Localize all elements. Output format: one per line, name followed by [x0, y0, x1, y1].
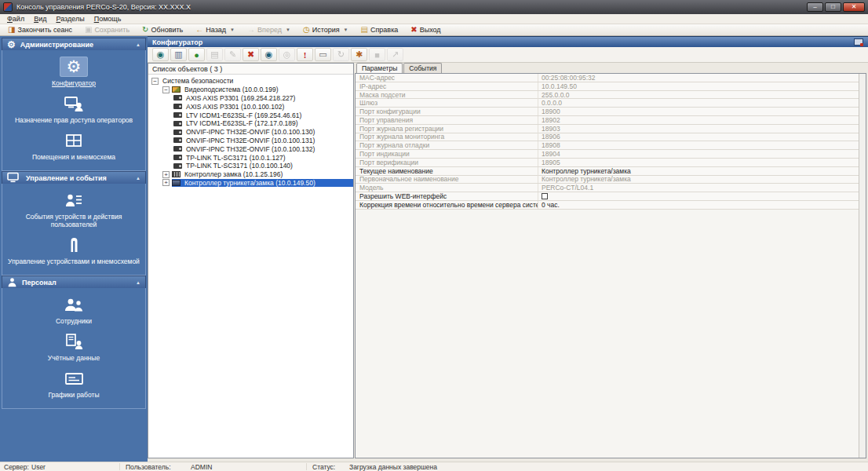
collapse-chevron-icon[interactable]: ▲	[136, 176, 140, 181]
collapse-chevron-icon[interactable]: ▲	[136, 280, 140, 285]
tree-row[interactable]: ONVIF-IPNC TH32E-ONVIF (10.0.100.132)	[148, 144, 353, 153]
menu-item-help[interactable]: Помощь	[89, 15, 126, 23]
param-row: Шлюз0.0.0.0	[356, 99, 866, 108]
param-value[interactable]	[538, 193, 866, 199]
param-label: Порт конфигурации	[356, 108, 538, 115]
tree-row-content: ONVIF-IPNC TH32E-ONVIF (10.0.100.132)	[173, 144, 353, 153]
menu-item-file[interactable]: Файл	[2, 15, 29, 23]
objects-list-header: Список объектов ( 3 )	[148, 64, 353, 75]
tree-row[interactable]: AXIS AXIS P3301 (169.254.218.227)	[148, 94, 353, 103]
minimize-button[interactable]: –	[807, 2, 823, 12]
tree-row[interactable]: LTV ICDM1-E623SL-F (169.254.46.61)	[148, 111, 353, 119]
info-icon: ◎	[283, 49, 291, 60]
param-value: 0.0.0.0	[538, 99, 866, 107]
parameters-table: MAC-адрес00:25:08:00:95:32IP-адрес10.0.1…	[355, 73, 866, 458]
expand-expander-icon[interactable]: +	[162, 171, 170, 178]
tree-row[interactable]: AXIS AXIS P3301 (10.0.100.102)	[148, 102, 353, 111]
help-button[interactable]: ▤Справка	[355, 24, 405, 36]
section-header-administration[interactable]: ⚙Администрирование▲	[2, 38, 146, 50]
tree-row[interactable]: ONVIF-IPNC TH32E-ONVIF (10.0.100.131)	[148, 137, 353, 145]
param-value: 00:25:08:00:95:32	[538, 74, 866, 82]
param-label: Модель	[356, 184, 538, 192]
section-title: Персонал	[22, 279, 57, 287]
refresh-label: Обновить	[151, 26, 184, 34]
panel-search-button[interactable]: ◉	[261, 48, 277, 61]
objects-tree: −Система безопасности−Видеоподсистема (1…	[148, 75, 353, 458]
tree-item-label: AXIS AXIS P3301 (10.0.100.102)	[184, 103, 286, 111]
objects-panel: Список объектов ( 3 ) −Система безопасно…	[148, 63, 354, 458]
panel-delete-button[interactable]: ✖	[243, 48, 259, 61]
param-value: 18908	[538, 141, 866, 149]
param-label: Первоначальное наименование	[356, 175, 538, 183]
tree-row-content: Видеоподсистема (10.0.0.199)	[172, 86, 353, 94]
monitor-icon	[7, 172, 21, 184]
section-header-management-events[interactable]: Управление и события▲	[2, 171, 146, 184]
tree-row-content: AXIS AXIS P3301 (169.254.218.227)	[173, 94, 353, 103]
tree-row[interactable]: ONVIF-IPNC TH32E-ONVIF (10.0.100.130)	[148, 128, 353, 137]
close-button[interactable]: ✕	[843, 2, 865, 12]
sidebar-item-rooms-mnemoscheme[interactable]: Помещения и мнемосхема	[4, 130, 144, 161]
sidebar-item-employees[interactable]: Сотрудники	[4, 294, 144, 325]
panel-monitor-icon[interactable]	[854, 38, 863, 46]
sidebar-item-work-schedules[interactable]: Графики работы	[4, 368, 144, 399]
tree-item-label: ONVIF-IPNC TH32E-ONVIF (10.0.100.130)	[184, 128, 316, 136]
tree-item-label: LTV ICDM1-E623SL-F (169.254.46.61)	[184, 111, 303, 119]
back-button[interactable]: ←Назад▼	[189, 24, 241, 36]
sidebar-item-operator-rights[interactable]: Назначение прав доступа операторов	[4, 93, 144, 124]
refresh-button[interactable]: ↻Обновить	[136, 24, 189, 36]
panel-transfer-config-button[interactable]: ◉	[152, 48, 169, 61]
tree-row[interactable]: +Контроллер турникета/замка (10.0.149.50…	[148, 179, 353, 188]
sidebar-item-device-events[interactable]: События устройств и действия пользовател…	[4, 190, 144, 228]
vertical-scrollbar[interactable]	[859, 74, 866, 458]
maximize-button[interactable]: □	[825, 2, 841, 12]
section-header-personnel[interactable]: Персонал▲	[2, 276, 146, 288]
param-row: Порт журнала регистрации18903	[356, 125, 866, 133]
sidebar-item-credentials[interactable]: Учётные данные	[4, 331, 144, 362]
transfer-config-icon: ◉	[157, 49, 165, 60]
param-row: Порт управления18902	[356, 116, 866, 125]
sidebar-item-label: Назначение прав доступа операторов	[15, 116, 133, 124]
tree-item-label: Видеоподсистема (10.0.0.199)	[183, 86, 279, 93]
end-session-button[interactable]: ◨Закончить сеанс	[2, 24, 78, 36]
tree-row[interactable]: LTV ICDM1-E623SL-F (172.17.0.189)	[148, 119, 353, 128]
history-button[interactable]: ◷История▼	[297, 24, 355, 36]
expand-expander-icon[interactable]: +	[162, 179, 170, 186]
panel-device-card-button[interactable]: ▥	[170, 48, 187, 61]
exit-button[interactable]: ✖Выход	[404, 24, 447, 36]
tab-parameters[interactable]: Параметры	[356, 63, 403, 73]
panel-display-button[interactable]: ▭	[315, 48, 331, 61]
param-row: Текущее наименованиеКонтроллер турникета…	[356, 167, 866, 176]
tree-item-label: Контроллер турникета/замка (10.0.149.50)	[183, 179, 317, 187]
param-value[interactable]: Контроллер турникета/замка	[538, 167, 866, 175]
camera-icon	[173, 112, 182, 118]
tree-row[interactable]: −Система безопасности	[148, 77, 353, 86]
back-icon: ←	[195, 26, 203, 34]
sidebar-item-configurator[interactable]: ⚙Конфигуратор	[4, 57, 144, 87]
param-value[interactable]: 0 час.	[538, 201, 866, 209]
section-body-administration: ⚙КонфигураторНазначение прав доступа опе…	[2, 50, 146, 171]
person-icon	[7, 277, 17, 287]
menu-item-view[interactable]: Вид	[29, 15, 51, 23]
tree-row[interactable]: −Видеоподсистема (10.0.0.199)	[148, 86, 353, 94]
param-label: Разрешить WEB-интерфейс	[356, 192, 538, 200]
collapse-expander-icon[interactable]: −	[162, 86, 170, 93]
web-interface-checkbox[interactable]	[542, 193, 548, 199]
collapse-chevron-icon[interactable]: ▲	[136, 42, 140, 47]
panel-info-button: ◎	[279, 48, 295, 61]
tree-row[interactable]: +Контроллер замка (10.1.25.196)	[148, 170, 353, 179]
camera-icon	[173, 130, 182, 135]
tree-row[interactable]: TP-LINK TL-SC3171 (10.0.1.127)	[148, 153, 353, 162]
sidebar-item-device-management[interactable]: Управление устройствами и мнемосхемой	[4, 235, 144, 265]
menu-item-sections[interactable]: Разделы	[51, 15, 89, 23]
panel-network-search-button[interactable]: ●	[188, 48, 205, 61]
tree-row[interactable]: TP-LINK TL-SC3171 (10.0.100.140)	[148, 162, 353, 170]
main-area: ⚙Администрирование▲⚙КонфигураторНазначен…	[0, 36, 868, 462]
collapse-expander-icon[interactable]: −	[151, 78, 159, 85]
panel-alert-button[interactable]: !	[297, 48, 313, 61]
tab-events[interactable]: События	[403, 63, 442, 73]
tree-row-content: ONVIF-IPNC TH32E-ONVIF (10.0.100.131)	[173, 137, 353, 145]
help-icon: ▤	[361, 26, 368, 34]
param-value: 10.0.149.50	[538, 82, 866, 90]
panel-tools-button[interactable]: ✱	[351, 48, 367, 61]
param-value: 18905	[538, 159, 866, 166]
